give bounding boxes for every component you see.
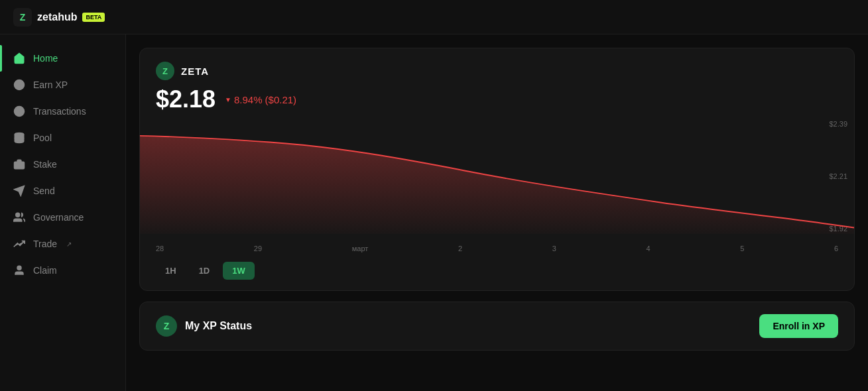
svg-point-8 [17, 266, 21, 270]
sidebar-label-transactions: Transactions [33, 106, 86, 117]
enroll-button[interactable]: Enroll in XP [759, 314, 838, 338]
sidebar-item-earn-xp[interactable]: Earn XP [0, 72, 125, 98]
sidebar-item-transactions[interactable]: Transactions [0, 98, 125, 125]
price-row: $2.18 ▼ 8.94% ($0.21) [156, 85, 838, 113]
xp-title: My XP Status [185, 320, 252, 332]
token-name: ZETA [181, 66, 209, 77]
token-icon: Z [156, 62, 174, 80]
sidebar-label-send: Send [33, 186, 55, 196]
sidebar-label-pool: Pool [33, 133, 52, 143]
main-content: Z ZETA $2.18 ▼ 8.94% ($0.21) $2.39 $2.21… [126, 34, 868, 391]
x-label-2: 2 [458, 245, 462, 252]
change-pct: 8.94% [234, 94, 263, 105]
chart-x-labels: 28 29 март 2 3 4 5 6 [140, 245, 854, 252]
logo[interactable]: Z zetahub Beta [13, 8, 105, 27]
price-value: $2.18 [156, 85, 216, 113]
price-card: Z ZETA $2.18 ▼ 8.94% ($0.21) $2.39 $2.21… [139, 48, 855, 291]
x-label-6: 6 [834, 245, 838, 252]
x-label-29: 29 [254, 245, 262, 252]
home-icon [13, 52, 25, 64]
app-name: zetahub [37, 11, 77, 23]
x-label-28: 28 [156, 245, 164, 252]
xp-icon: Z [156, 315, 177, 337]
price-change: ▼ 8.94% ($0.21) [225, 94, 296, 105]
sidebar-item-trade[interactable]: Trade ↗ [0, 231, 125, 257]
external-link-icon: ↗ [66, 241, 72, 248]
transactions-icon [13, 105, 25, 117]
x-label-mart: март [352, 245, 369, 252]
sidebar: Home Earn XP Transactions Pool [0, 34, 126, 391]
x-label-3: 3 [552, 245, 556, 252]
beta-badge: Beta [82, 13, 105, 22]
x-label-5: 5 [740, 245, 744, 252]
stake-icon [13, 158, 25, 170]
logo-icon: Z [13, 8, 32, 27]
governance-icon [13, 211, 25, 223]
sidebar-item-send[interactable]: Send [0, 178, 125, 204]
earn-xp-icon [13, 79, 25, 91]
claim-icon [13, 264, 25, 276]
time-buttons: 1H 1D 1W [156, 252, 838, 290]
chart-area: $2.39 $2.21 $1.92 [140, 120, 854, 252]
send-icon [13, 185, 25, 197]
sidebar-item-stake[interactable]: Stake [0, 151, 125, 178]
time-btn-1w[interactable]: 1W [223, 262, 255, 280]
pool-icon [13, 132, 25, 144]
sidebar-item-pool[interactable]: Pool [0, 125, 125, 151]
svg-point-7 [16, 213, 20, 217]
sidebar-label-trade: Trade [33, 239, 57, 249]
sidebar-label-claim: Claim [33, 265, 57, 276]
change-arrow-icon: ▼ [225, 96, 231, 103]
chart-svg-wrapper [140, 120, 854, 234]
sidebar-label-stake: Stake [33, 159, 57, 170]
trade-icon [13, 238, 25, 250]
time-btn-1d[interactable]: 1D [190, 262, 219, 280]
token-header: Z ZETA [156, 62, 838, 80]
xp-left: Z My XP Status [156, 315, 252, 337]
x-label-4: 4 [646, 245, 650, 252]
sidebar-label-home: Home [33, 53, 58, 64]
change-abs: ($0.21) [265, 94, 297, 105]
sidebar-item-claim[interactable]: Claim [0, 257, 125, 284]
topbar: Z zetahub Beta [0, 0, 868, 34]
sidebar-item-governance[interactable]: Governance [0, 204, 125, 231]
sidebar-item-home[interactable]: Home [0, 45, 125, 72]
sidebar-label-governance: Governance [33, 212, 84, 223]
sidebar-label-earn-xp: Earn XP [33, 80, 68, 90]
xp-card: Z My XP Status Enroll in XP [139, 302, 855, 351]
time-btn-1h[interactable]: 1H [156, 262, 186, 280]
svg-marker-6 [15, 186, 25, 196]
